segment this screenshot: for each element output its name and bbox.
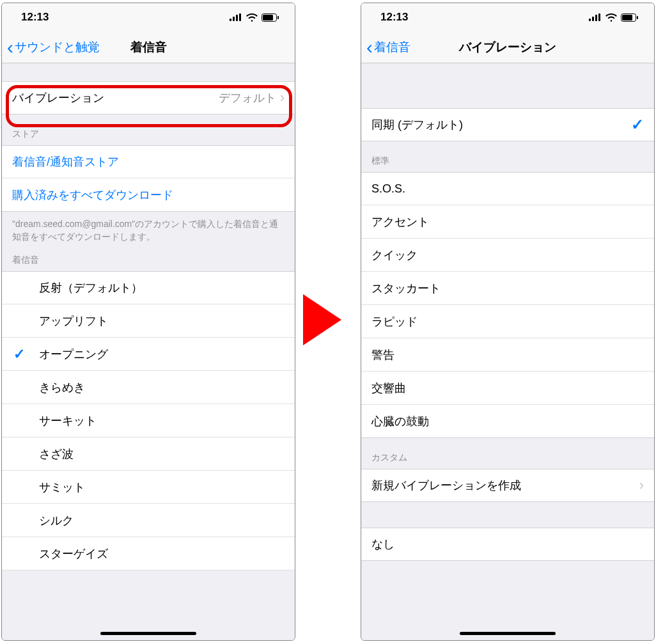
status-icons bbox=[589, 13, 639, 22]
standard-header: 標準 bbox=[361, 141, 654, 172]
ringtone-item[interactable]: シルク bbox=[2, 504, 295, 537]
store-link-1[interactable]: 着信音/通知音ストア bbox=[2, 145, 295, 178]
vibration-item[interactable]: ラピッド bbox=[361, 305, 654, 338]
wifi-icon bbox=[605, 13, 617, 22]
back-button[interactable]: ‹ サウンドと触覚 bbox=[2, 38, 100, 57]
ringtone-item[interactable]: 反射（デフォルト） bbox=[2, 271, 295, 304]
battery-icon bbox=[262, 13, 279, 22]
wifi-icon bbox=[246, 13, 258, 22]
chevron-left-icon: ‹ bbox=[7, 38, 13, 57]
checkmark-icon: ✓ bbox=[631, 116, 644, 134]
home-indicator[interactable] bbox=[100, 632, 196, 635]
chevron-left-icon: ‹ bbox=[366, 38, 373, 57]
svg-rect-2 bbox=[236, 15, 238, 21]
back-label: サウンドと触覚 bbox=[15, 39, 100, 56]
vibration-item[interactable]: 心臓の鼓動 bbox=[361, 405, 654, 438]
vibration-label: バイブレーション bbox=[12, 90, 219, 106]
vibration-item[interactable]: スタッカート bbox=[361, 272, 654, 305]
svg-rect-12 bbox=[622, 15, 632, 20]
svg-rect-10 bbox=[598, 13, 600, 21]
back-label: 着信音 bbox=[374, 39, 410, 56]
nav-bar: ‹ サウンドと触覚 着信音 bbox=[2, 31, 295, 63]
svg-rect-8 bbox=[592, 17, 594, 21]
svg-rect-9 bbox=[595, 15, 597, 21]
cellular-icon bbox=[589, 13, 602, 21]
vibration-item[interactable]: 交響曲 bbox=[361, 372, 654, 405]
custom-header: カスタム bbox=[361, 438, 654, 469]
status-icons bbox=[230, 13, 279, 22]
content: 同期 (デフォルト) ✓ 標準 S.O.S. アクセント クイック スタッカート… bbox=[361, 63, 654, 640]
vibration-cell[interactable]: バイブレーション デフォルト › bbox=[2, 81, 295, 114]
vibration-value: デフォルト bbox=[219, 90, 276, 106]
sync-cell[interactable]: 同期 (デフォルト) ✓ bbox=[361, 108, 654, 141]
vibration-item[interactable]: 警告 bbox=[361, 338, 654, 372]
chevron-right-icon: › bbox=[280, 90, 285, 106]
store-footer: "dream.seed.com@gmail.com"のアカウントで購入した着信音… bbox=[2, 212, 295, 247]
status-bar: 12:13 bbox=[361, 3, 654, 31]
phone-right: 12:13 ‹ 着信音 バイブレーション 同期 (デフォルト) ✓ 標準 S.O… bbox=[361, 3, 655, 641]
none-cell[interactable]: なし bbox=[361, 528, 654, 561]
vibration-item[interactable]: クイック bbox=[361, 239, 654, 272]
svg-rect-7 bbox=[589, 19, 591, 21]
checkmark-icon: ✓ bbox=[13, 346, 25, 363]
status-time: 12:13 bbox=[380, 11, 408, 24]
create-vibration-cell[interactable]: 新規バイブレーションを作成 › bbox=[361, 469, 654, 502]
battery-icon bbox=[621, 13, 639, 22]
nav-bar: ‹ 着信音 バイブレーション bbox=[361, 31, 654, 63]
ringtone-header: 着信音 bbox=[2, 247, 295, 271]
ringtone-item[interactable]: スターゲイズ bbox=[2, 537, 295, 570]
svg-rect-6 bbox=[277, 16, 279, 19]
ringtone-item[interactable]: サーキット bbox=[2, 404, 295, 437]
svg-rect-3 bbox=[239, 13, 241, 21]
ringtone-item[interactable]: さざ波 bbox=[2, 437, 295, 471]
status-bar: 12:13 bbox=[2, 3, 295, 31]
ringtone-item[interactable]: きらめき bbox=[2, 371, 295, 404]
vibration-item[interactable]: アクセント bbox=[361, 205, 654, 239]
store-link-2[interactable]: 購入済みをすべてダウンロード bbox=[2, 178, 295, 212]
store-header: ストア bbox=[2, 114, 295, 145]
chevron-right-icon: › bbox=[639, 477, 644, 494]
ringtone-item[interactable]: サミット bbox=[2, 471, 295, 504]
svg-rect-1 bbox=[233, 17, 235, 21]
svg-rect-5 bbox=[263, 15, 273, 20]
cellular-icon bbox=[230, 13, 242, 21]
home-indicator[interactable] bbox=[460, 632, 556, 635]
status-time: 12:13 bbox=[21, 11, 49, 24]
svg-rect-0 bbox=[230, 19, 231, 21]
ringtone-item[interactable]: ✓ オープニング bbox=[2, 338, 295, 371]
back-button[interactable]: ‹ 着信音 bbox=[361, 38, 410, 57]
ringtone-item[interactable]: アップリフト bbox=[2, 304, 295, 338]
svg-rect-13 bbox=[637, 16, 638, 19]
vibration-item[interactable]: S.O.S. bbox=[361, 172, 654, 205]
arrow-icon bbox=[303, 294, 341, 345]
phone-left: 12:13 ‹ サウンドと触覚 着信音 バイブレーション デフォルト › ストア bbox=[1, 3, 295, 641]
content: バイブレーション デフォルト › ストア 着信音/通知音ストア 購入済みをすべて… bbox=[2, 63, 295, 640]
